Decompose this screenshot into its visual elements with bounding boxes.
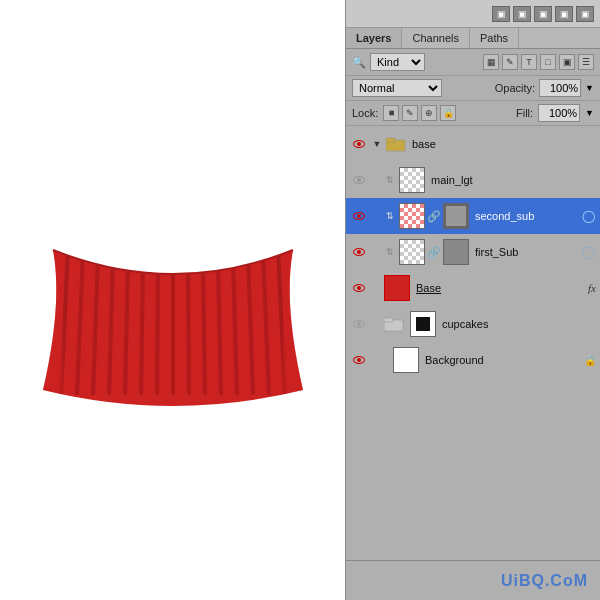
thumb-second-sub-1 — [399, 203, 425, 229]
panel-icon-1[interactable]: ▣ — [492, 6, 510, 22]
tab-layers[interactable]: Layers — [346, 28, 402, 48]
svg-rect-16 — [283, 190, 313, 410]
filter-icon[interactable]: ▦ — [483, 54, 499, 70]
thumb-first-sub-1 — [399, 239, 425, 265]
eye-visibility-second-sub[interactable] — [350, 207, 368, 225]
link-icon-second-sub: ⇅ — [384, 211, 396, 221]
svg-line-6 — [157, 268, 158, 395]
kind-row: 🔍 Kind ▦ ✎ T □ ▣ ☰ — [346, 49, 600, 76]
fill-input[interactable] — [538, 104, 580, 122]
lock-position-icon[interactable]: ⊕ — [421, 105, 437, 121]
base-thumb-content — [390, 282, 404, 294]
layer-name-background: Background — [425, 354, 581, 366]
panel-icon-5[interactable]: ▣ — [576, 6, 594, 22]
tab-channels[interactable]: Channels — [402, 28, 469, 48]
folder-icon-cupcakes — [384, 316, 404, 332]
svg-line-9 — [203, 266, 205, 395]
panel-icon-3[interactable]: ▣ — [534, 6, 552, 22]
layer-row-second-sub[interactable]: ⇅ 🔗 second_sub ◯ — [346, 198, 600, 234]
tab-paths[interactable]: Paths — [470, 28, 519, 48]
search-icon: 🔍 — [352, 56, 366, 69]
blend-row: Normal Opacity: ▼ — [346, 76, 600, 101]
chain-first-sub: 🔗 — [428, 246, 440, 259]
layers-panel: ▣ ▣ ▣ ▣ ▣ Layers Channels Paths 🔍 Kind ▦… — [345, 0, 600, 600]
fill-label: Fill: — [516, 107, 533, 119]
opacity-input[interactable] — [539, 79, 581, 97]
opacity-label: Opacity: — [495, 82, 535, 94]
layer-name-base-group: base — [412, 138, 596, 150]
panel-icon-2[interactable]: ▣ — [513, 6, 531, 22]
thumb-first-sub-2 — [443, 239, 469, 265]
thumb-base — [384, 275, 410, 301]
thumb-second-sub-2 — [443, 203, 469, 229]
kind-filter-icons: ▦ ✎ T □ ▣ ☰ — [483, 54, 594, 70]
eye-visibility-first-sub[interactable] — [350, 243, 368, 261]
svg-rect-20 — [390, 282, 397, 287]
link-icon-first-sub: ⇅ — [384, 247, 396, 257]
lock-row: Lock: ◾ ✎ ⊕ 🔒 Fill: ▼ — [346, 101, 600, 126]
panel-icon-4[interactable]: ▣ — [555, 6, 573, 22]
chain-second-sub: 🔗 — [428, 210, 440, 223]
svg-rect-19 — [390, 286, 404, 294]
layer-name-main-lgt: main_lgt — [431, 174, 596, 186]
fx-badge-base: fx — [588, 282, 596, 294]
link-icon-main-lgt: ⇅ — [384, 175, 396, 185]
kind-select[interactable]: Kind — [370, 53, 425, 71]
layer-row-background[interactable]: Background 🔒 — [346, 342, 600, 378]
folder-icon-base — [386, 136, 406, 152]
thumb-main-lgt — [399, 167, 425, 193]
svg-rect-18 — [386, 138, 395, 142]
canvas-area — [0, 0, 345, 600]
watermark-text: UiBQ.CoM — [501, 572, 588, 590]
thumb-background — [393, 347, 419, 373]
text-icon[interactable]: T — [521, 54, 537, 70]
eye-visibility-base-group[interactable] — [350, 135, 368, 153]
layer-row-main-lgt[interactable]: ⇅ main_lgt — [346, 162, 600, 198]
layer-row-cupcakes[interactable]: cupcakes — [346, 306, 600, 342]
panel-bottom-bar: UiBQ.CoM — [346, 560, 600, 600]
lock-transparent-icon[interactable]: ◾ — [383, 105, 399, 121]
eye-visibility-cupcakes[interactable] — [350, 315, 368, 333]
lock-all-icon[interactable]: 🔒 — [440, 105, 456, 121]
svg-rect-15 — [33, 190, 63, 410]
blend-mode-select[interactable]: Normal — [352, 79, 442, 97]
thumb-cupcakes — [410, 311, 436, 337]
layer-name-second-sub: second_sub — [475, 210, 573, 222]
layer-icon[interactable]: ☰ — [578, 54, 594, 70]
shape-icon[interactable]: □ — [540, 54, 556, 70]
layer-row-base-group[interactable]: ▼ base — [346, 126, 600, 162]
expand-arrow-base-group[interactable]: ▼ — [371, 138, 383, 150]
eye-visibility-main-lgt[interactable] — [350, 171, 368, 189]
lock-icon-background: 🔒 — [584, 355, 596, 366]
opacity-arrow-icon: ▼ — [585, 83, 594, 93]
lock-icons-group: ◾ ✎ ⊕ 🔒 — [383, 105, 456, 121]
svg-rect-22 — [384, 318, 393, 322]
circle-extra-icon-second-sub[interactable]: ◯ — [580, 208, 596, 224]
adjust-icon[interactable]: ▣ — [559, 54, 575, 70]
layer-row-base[interactable]: Base fx — [346, 270, 600, 306]
circle-extra-icon-first-sub[interactable]: ◯ — [580, 244, 596, 260]
layer-row-first-sub[interactable]: ⇅ 🔗 first_Sub ◯ — [346, 234, 600, 270]
fill-arrow-icon: ▼ — [585, 108, 594, 118]
eye-visibility-background[interactable] — [350, 351, 368, 369]
panel-top-toolbar: ▣ ▣ ▣ ▣ ▣ — [346, 0, 600, 28]
panel-tabs: Layers Channels Paths — [346, 28, 600, 49]
svg-line-5 — [141, 266, 143, 395]
eye-visibility-base[interactable] — [350, 279, 368, 297]
cupcake-svg — [33, 190, 313, 410]
pen-icon[interactable]: ✎ — [502, 54, 518, 70]
layers-list: ▼ base ⇅ main_lgt ⇅ — [346, 126, 600, 560]
lock-label: Lock: — [352, 107, 378, 119]
layer-name-cupcakes: cupcakes — [442, 318, 596, 330]
layer-name-base: Base — [416, 282, 581, 294]
svg-line-8 — [188, 268, 189, 395]
layer-name-first-sub: first_Sub — [475, 246, 573, 258]
lock-image-icon[interactable]: ✎ — [402, 105, 418, 121]
